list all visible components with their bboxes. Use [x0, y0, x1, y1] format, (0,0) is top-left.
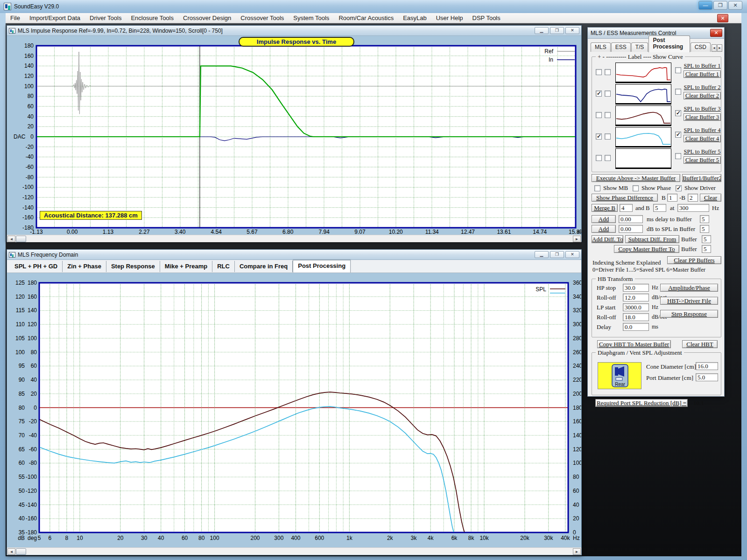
- show-driver-checkbox[interactable]: [676, 185, 682, 191]
- impulse-close-button[interactable]: ✕: [565, 27, 579, 34]
- add-delay-buffer-field[interactable]: [700, 215, 709, 223]
- menu-item-crossover-tools[interactable]: Crossover Tools: [236, 13, 289, 23]
- menu-item-file[interactable]: File: [6, 13, 25, 23]
- b1-field[interactable]: [667, 194, 677, 202]
- hb-row-field[interactable]: [623, 303, 649, 311]
- buffer-4-plus-checkbox[interactable]: [596, 133, 602, 140]
- buffer-2-plus-checkbox[interactable]: [596, 91, 602, 97]
- panel-tab-t-s[interactable]: T/S: [631, 42, 648, 52]
- spl-to-buffer-2-button[interactable]: SPL to Buffer 2: [684, 84, 721, 91]
- panel-tab-scroll-left-arrow[interactable]: ◄: [712, 44, 717, 52]
- clear-buffer-3-button[interactable]: Clear Buffer 3: [684, 113, 721, 121]
- spl-to-buffer-4-button[interactable]: SPL to Buffer 4: [684, 127, 721, 134]
- tab-mike-preamp[interactable]: Mike + Preamp: [160, 261, 212, 272]
- frequency-restore-button[interactable]: ❐: [550, 251, 564, 258]
- tab-post-processing[interactable]: Post Processing: [293, 260, 351, 273]
- hb-row-field[interactable]: [623, 313, 649, 321]
- buffer-4-show-curve-checkbox[interactable]: [675, 132, 681, 138]
- add-delay-button[interactable]: Add: [592, 215, 616, 223]
- impulse-scroll-left-arrow[interactable]: ◄: [7, 236, 15, 242]
- menubar-close-button[interactable]: ✕: [717, 14, 728, 22]
- merge-b-button[interactable]: Merge B: [592, 204, 618, 212]
- impulse-scroll-thumb[interactable]: [16, 236, 26, 242]
- b2-field[interactable]: [688, 194, 698, 202]
- impulse-minimize-button[interactable]: ▁: [535, 27, 549, 34]
- tab-compare-in-freq[interactable]: Compare in Freq: [235, 261, 293, 272]
- menu-item-user-help[interactable]: User Help: [431, 13, 468, 23]
- spl-to-buffer-3-button[interactable]: SPL to Buffer 3: [684, 105, 721, 113]
- port-diameter-field[interactable]: [696, 373, 718, 381]
- add-diff-to-button[interactable]: Add Diff. To: [592, 235, 623, 243]
- buffer-5-show-curve-checkbox[interactable]: [675, 153, 681, 159]
- copy-master-buffer-button[interactable]: Copy Master Buffer To: [614, 245, 679, 253]
- hb-row-field[interactable]: [623, 323, 649, 331]
- impulse-scroll-right-arrow[interactable]: ►: [573, 236, 581, 242]
- add-db-button[interactable]: Add: [592, 225, 616, 233]
- spl-to-buffer-1-button[interactable]: SPL to Buffer 1: [684, 63, 721, 70]
- spl-to-buffer-5-button[interactable]: SPL to Buffer 5: [684, 148, 721, 156]
- clear-hbt-button[interactable]: Clear HBT: [682, 340, 718, 348]
- menu-item-system-tools[interactable]: System Tools: [289, 13, 334, 23]
- menu-item-easylab[interactable]: EasyLab: [398, 13, 431, 23]
- merge-b2-field[interactable]: [653, 204, 666, 212]
- amplitude-phase-button[interactable]: Amplitude/Phase: [660, 284, 718, 292]
- panel-tab-post-processing[interactable]: Post Processing: [648, 35, 690, 52]
- panel-tab-ess[interactable]: ESS: [611, 42, 631, 52]
- hb-row-field[interactable]: [623, 294, 649, 301]
- tab-spl-ph-gd[interactable]: SPL + PH + GD: [10, 261, 63, 272]
- panel-tab-mls[interactable]: MLS: [591, 42, 611, 52]
- frequency-scroll-left-arrow[interactable]: ◄: [7, 548, 15, 555]
- show-mb-checkbox[interactable]: [594, 185, 600, 191]
- menu-item-import-export-data[interactable]: Import/Export Data: [25, 13, 85, 23]
- copy-master-buffer-field[interactable]: [702, 245, 711, 253]
- buffer-1-show-curve-checkbox[interactable]: [675, 67, 681, 73]
- buffer-2-show-curve-checkbox[interactable]: [675, 89, 681, 95]
- add-db-field[interactable]: [619, 225, 643, 233]
- execute-above-button[interactable]: Execute Above -> Master Buffer: [592, 174, 680, 182]
- add-delay-field[interactable]: [619, 215, 643, 223]
- merge-freq-field[interactable]: [677, 204, 709, 212]
- buffer-1-plus-checkbox[interactable]: [596, 69, 602, 75]
- clear-b-button[interactable]: Clear: [700, 194, 721, 202]
- show-phase-difference-button[interactable]: Show Phase Difference: [592, 194, 658, 202]
- buffer-3-plus-checkbox[interactable]: [596, 112, 602, 118]
- frequency-minimize-button[interactable]: ▁: [535, 251, 549, 258]
- required-port-spl-button[interactable]: Required Port SPL Reduction [dB] =: [595, 399, 688, 407]
- hbt-driver-file-button[interactable]: HBT->Driver File: [660, 297, 718, 305]
- buffer-3-minus-checkbox[interactable]: [605, 112, 611, 118]
- menu-item-crossover-design[interactable]: Crossover Design: [178, 13, 236, 23]
- buffer-1-minus-checkbox[interactable]: [605, 69, 611, 75]
- step-response-button[interactable]: Step Response: [660, 310, 718, 318]
- cone-diameter-field[interactable]: [696, 362, 718, 370]
- restore-button[interactable]: ❐: [713, 1, 727, 10]
- clear-buffer-4-button[interactable]: Clear Buffer 4: [684, 135, 721, 142]
- copy-hbt-button[interactable]: Copy HBT To Master Buffer: [597, 340, 671, 348]
- clear-pp-buffers-button[interactable]: Clear PP Buffers: [667, 256, 721, 264]
- panel-tab-scroll-right-arrow[interactable]: ►: [717, 44, 722, 52]
- merge-b1-field[interactable]: [620, 204, 633, 212]
- buffer-3-show-curve-checkbox[interactable]: [675, 110, 681, 116]
- minimize-button[interactable]: —: [698, 1, 712, 10]
- panel-close-button[interactable]: ✕: [710, 29, 722, 37]
- menu-item-room-car-acoustics[interactable]: Room/Car Acoustics: [334, 13, 398, 23]
- rear-driver-icon[interactable]: Rear: [598, 362, 641, 389]
- buffer-4-minus-checkbox[interactable]: [605, 133, 611, 140]
- impulse-restore-button[interactable]: ❐: [550, 27, 564, 34]
- frequency-close-button[interactable]: ✕: [565, 251, 579, 258]
- tab-rlc[interactable]: RLC: [212, 261, 235, 272]
- clear-buffer-5-button[interactable]: Clear Buffer 5: [684, 156, 721, 164]
- buffer-5-plus-checkbox[interactable]: [596, 155, 602, 161]
- clear-buffer-1-button[interactable]: Clear Buffer 1: [684, 70, 721, 78]
- tab-step-response[interactable]: Step Response: [106, 261, 160, 272]
- frequency-scroll-right-arrow[interactable]: ►: [573, 548, 581, 555]
- buffer1-buffer2-button[interactable]: Buffer1/Buffer2: [682, 174, 721, 182]
- frequency-scroll-thumb[interactable]: [16, 548, 26, 555]
- tab-zin-phase[interactable]: Zin + Phase: [63, 261, 106, 272]
- subtract-diff-from-button[interactable]: Subtract Diff. From: [625, 235, 679, 243]
- menu-item-enclosure-tools[interactable]: Enclosure Tools: [126, 13, 178, 23]
- show-phase-checkbox[interactable]: [633, 185, 639, 191]
- clear-buffer-2-button[interactable]: Clear Buffer 2: [684, 92, 721, 99]
- buffer-2-minus-checkbox[interactable]: [605, 91, 611, 97]
- add-db-buffer-field[interactable]: [700, 225, 709, 233]
- panel-tab-csd[interactable]: CSD: [691, 42, 711, 52]
